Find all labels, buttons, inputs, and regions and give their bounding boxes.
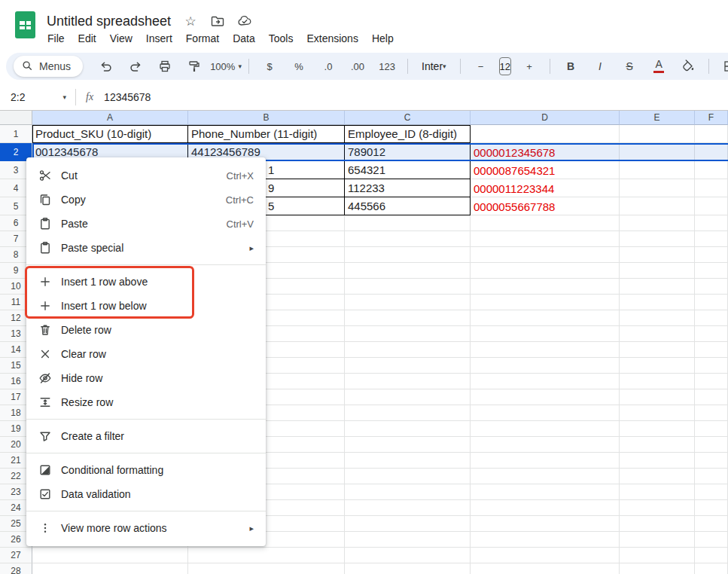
font-size-input[interactable]: 12: [499, 57, 511, 75]
cell-A1[interactable]: Product_SKU (10-digit): [32, 125, 188, 143]
print-button[interactable]: [151, 56, 178, 76]
resize-icon: [38, 395, 52, 409]
menus-search-button[interactable]: Menus: [14, 56, 83, 77]
menu-item-label: Copy: [61, 194, 217, 206]
cell-D4[interactable]: 0000011223344: [471, 179, 620, 197]
context-menu-item-hide-row[interactable]: Hide row: [26, 366, 266, 390]
column-header-b[interactable]: B: [188, 111, 345, 125]
move-to-folder-icon[interactable]: [210, 14, 225, 29]
cell-B1[interactable]: Phone_Number (11-digit): [188, 125, 345, 143]
text-color-swatch: [653, 71, 664, 73]
font-family-select[interactable]: Inter ▾: [415, 60, 453, 72]
formula-input[interactable]: 12345678: [104, 91, 151, 103]
cell-D5[interactable]: 0000055667788: [471, 197, 620, 215]
context-menu-item-conditional-formatting[interactable]: Conditional formatting: [26, 458, 266, 482]
menu-format[interactable]: Format: [179, 31, 226, 46]
strikethrough-button[interactable]: S: [616, 56, 643, 76]
conditional-format-icon: [38, 463, 52, 477]
context-menu-item-delete-row[interactable]: Delete row: [26, 318, 266, 342]
menu-data[interactable]: Data: [226, 31, 262, 46]
context-menu-item-data-validation[interactable]: Data validation: [26, 482, 266, 506]
gridline: [32, 547, 728, 548]
row-header-27[interactable]: 27: [0, 548, 32, 563]
menu-item-label: Hide row: [61, 372, 254, 384]
toolbar-divider: [550, 59, 550, 74]
context-menu-item-paste-special[interactable]: Paste special▸: [26, 236, 266, 260]
paint-format-button[interactable]: [181, 56, 208, 76]
cell-D3[interactable]: 0000087654321: [471, 161, 620, 179]
context-menu-item-create-a-filter[interactable]: Create a filter: [26, 424, 266, 448]
menu-file[interactable]: File: [41, 31, 72, 46]
context-menu-item-insert-1-row-below[interactable]: Insert 1 row below: [26, 294, 266, 318]
context-menu-item-cut[interactable]: CutCtrl+X: [26, 163, 266, 188]
context-menu-item-paste[interactable]: PasteCtrl+V: [26, 212, 266, 236]
decrease-decimal-button[interactable]: .0: [315, 56, 342, 76]
name-box[interactable]: 2:2 ▾: [0, 84, 75, 110]
formula-bar: 2:2 ▾ fx 12345678: [0, 84, 728, 111]
text-color-label: A: [655, 60, 662, 69]
menu-view[interactable]: View: [103, 31, 139, 46]
cell-C1[interactable]: Employee_ID (8-digit): [345, 125, 471, 143]
undo-button[interactable]: [93, 56, 120, 76]
row-header-1[interactable]: 1: [0, 125, 32, 143]
borders-button[interactable]: [716, 56, 728, 76]
menu-help[interactable]: Help: [365, 31, 401, 46]
font-family-value: Inter: [422, 60, 443, 72]
cell-D2[interactable]: 0000012345678: [471, 143, 620, 161]
column-header-e[interactable]: E: [620, 111, 695, 125]
text-color-button[interactable]: A: [645, 56, 672, 76]
clipboard-icon: [38, 241, 52, 255]
context-menu-item-view-more-row-actions[interactable]: View more row actions▸: [26, 516, 266, 540]
number-format-button[interactable]: 123: [373, 56, 401, 76]
data-validation-icon: [38, 487, 52, 501]
column-header-c[interactable]: C: [345, 111, 471, 125]
fx-icon: fx: [86, 91, 93, 103]
redo-button[interactable]: [122, 56, 149, 76]
zoom-value: 100%: [210, 61, 235, 72]
star-icon[interactable]: ☆: [183, 14, 198, 29]
fill-color-button[interactable]: [675, 56, 702, 76]
row-header-28[interactable]: 28: [0, 563, 32, 574]
eye-off-icon: [38, 371, 52, 385]
select-all-corner[interactable]: [0, 111, 32, 125]
shortcut-label: Ctrl+X: [227, 170, 254, 182]
column-header-d[interactable]: D: [471, 111, 620, 125]
menu-item-label: Insert 1 row below: [61, 300, 254, 312]
cell-C2[interactable]: 789012: [345, 143, 471, 161]
context-menu-item-insert-1-row-above[interactable]: Insert 1 row above: [26, 270, 266, 294]
column-header-f[interactable]: F: [695, 111, 728, 125]
menu-item-label: View more row actions: [61, 522, 240, 534]
cell-C3[interactable]: 654321: [345, 161, 471, 179]
format-currency-button[interactable]: $: [256, 56, 283, 76]
menu-item-label: Conditional formatting: [61, 464, 254, 476]
zoom-control[interactable]: 100% ▾: [210, 56, 242, 76]
shortcut-label: Ctrl+C: [226, 194, 254, 206]
column-header-a[interactable]: A: [32, 111, 188, 125]
chevron-down-icon: ▾: [238, 63, 242, 70]
cell-C4[interactable]: 112233: [345, 179, 471, 197]
search-icon: [21, 60, 33, 74]
context-menu-item-clear-row[interactable]: Clear row: [26, 342, 266, 366]
bold-button[interactable]: B: [557, 56, 584, 76]
doc-title[interactable]: Untitled spreadsheet: [47, 14, 171, 29]
menu-separator: [26, 264, 266, 265]
menu-item-label: Data validation: [61, 488, 254, 500]
increase-decimal-button[interactable]: .00: [344, 56, 371, 76]
clipboard-icon: [38, 217, 52, 231]
menu-insert[interactable]: Insert: [139, 31, 179, 46]
context-menu-item-copy[interactable]: CopyCtrl+C: [26, 188, 266, 212]
context-menu-item-resize-row[interactable]: Resize row: [26, 390, 266, 414]
format-percent-button[interactable]: %: [285, 56, 312, 76]
toolbar-divider: [407, 59, 408, 74]
menu-item-label: Create a filter: [61, 430, 254, 442]
decrease-font-size-button[interactable]: −: [468, 56, 495, 76]
menu-edit[interactable]: Edit: [72, 31, 103, 46]
italic-button[interactable]: I: [586, 56, 614, 76]
sheets-logo[interactable]: [15, 11, 35, 38]
menu-extensions[interactable]: Extensions: [300, 31, 364, 46]
increase-font-size-button[interactable]: +: [516, 56, 543, 76]
toolbar-divider: [708, 59, 709, 74]
cell-C5[interactable]: 445566: [345, 197, 471, 215]
menu-tools[interactable]: Tools: [262, 31, 300, 46]
menu-item-label: Resize row: [61, 396, 254, 408]
